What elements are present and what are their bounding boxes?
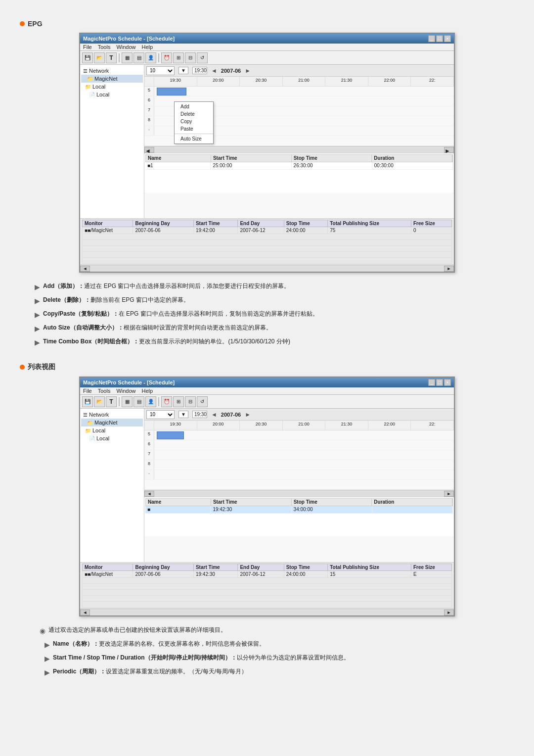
row2-content-6[interactable] — [154, 440, 454, 450]
hscroll-track2[interactable] — [155, 492, 443, 496]
row2-content-9[interactable] — [154, 470, 454, 479]
toolbar-T[interactable]: T — [106, 52, 117, 63]
toolbar-e[interactable]: ⊞ — [173, 52, 184, 63]
hscroll-left-b1[interactable]: ◄ — [80, 266, 90, 272]
close-button[interactable]: × — [444, 35, 451, 42]
minimize-button[interactable]: _ — [428, 35, 435, 42]
desc-delete: ▶ Delete（删除）：删除当前在 EPG 窗口中选定的屏幕。 — [35, 295, 499, 306]
minute-select1[interactable]: Minute 1 10 30 60 120 — [146, 66, 175, 75]
sidebar2-network[interactable]: ☰ Network — [81, 411, 143, 419]
status2-row-empty4 — [83, 596, 452, 602]
hscroll-left-b2[interactable]: ◄ — [80, 610, 90, 615]
list2-row-1[interactable]: ■ 19:42:30 34:00:00 — [145, 506, 453, 514]
desc-text-delete: Delete（删除）：删除当前在 EPG 窗口中选定的屏幕。 — [43, 295, 499, 304]
std2-beginday-1: 2007-06-06 — [133, 571, 193, 578]
sidebar2-magicnet[interactable]: 📁 MagicNet — [81, 419, 143, 426]
sth-stoptime: Stop Time — [284, 220, 328, 227]
toolbar-f[interactable]: ⊟ — [185, 52, 196, 63]
hscroll-left1[interactable]: ◄ — [144, 147, 154, 153]
row2-content-5[interactable] — [154, 430, 454, 440]
hscroll-track-b2[interactable] — [91, 611, 443, 614]
section1-dot — [20, 21, 25, 26]
std-endday-1: 2007-06-12 — [238, 227, 284, 234]
list-row-1[interactable]: ■1 25:00:00 26:30:00 00:30:00 — [145, 162, 453, 170]
hscrollbar2[interactable]: ◄ ► — [144, 490, 454, 497]
sidebar2-local1[interactable]: 📁 Local — [81, 426, 143, 434]
menu-help[interactable]: Help — [142, 44, 153, 50]
hscrollbar1[interactable]: ◄ ► — [144, 146, 454, 153]
menu2-file[interactable]: File — [83, 388, 92, 394]
time-label-2200: 22:00 — [368, 77, 411, 86]
hscroll-right-b1[interactable]: ► — [444, 266, 454, 272]
toolbar2-b[interactable]: ▤ — [134, 396, 144, 407]
toolbar2-g[interactable]: ↺ — [197, 396, 208, 407]
hscrollbar-bottom1[interactable]: ◄ ► — [80, 265, 454, 272]
desc-bold-time: Time Combo Box（时间组合框）： — [43, 338, 139, 345]
schedule2-block-1[interactable] — [157, 431, 184, 439]
row-num-6: 6 — [144, 96, 154, 106]
menu-window[interactable]: Window — [116, 44, 135, 50]
toolbar-open[interactable]: 📂 — [94, 52, 105, 63]
sth-beginday: Beginning Day — [133, 220, 193, 227]
list2-cell-stop-1: 34:00:00 — [292, 506, 372, 513]
nav-right2[interactable]: ► — [245, 411, 251, 418]
menu2-tools[interactable]: Tools — [98, 388, 111, 394]
nav-right1[interactable]: ► — [245, 67, 251, 74]
nav-left2[interactable]: ◄ — [211, 411, 217, 418]
toolbar2-f[interactable]: ⊟ — [185, 396, 196, 407]
menu-tools[interactable]: Tools — [98, 44, 111, 50]
row2-content-8[interactable] — [154, 460, 454, 470]
ctx-paste[interactable]: Paste — [175, 125, 213, 133]
ctx-add[interactable]: Add — [175, 103, 213, 110]
sidebar-local1[interactable]: 📁 Local — [81, 83, 143, 91]
toolbar-c[interactable]: 👤 — [145, 52, 156, 63]
toolbar2-T[interactable]: T — [106, 396, 117, 407]
win2-close[interactable]: × — [444, 379, 451, 386]
toolbar2-save[interactable]: 💾 — [82, 396, 93, 407]
hscroll-left2[interactable]: ◄ — [144, 491, 154, 497]
ctx-autosize[interactable]: Auto Size — [175, 135, 213, 142]
std-beginday-1: 2007-06-06 — [133, 227, 193, 234]
window1-title: MagicNetPro Schedule - [Schedule] — [83, 36, 175, 42]
sidebar-local2[interactable]: 📄 Local — [81, 91, 143, 98]
row2-content-7[interactable] — [154, 450, 454, 460]
sidebar2-local2[interactable]: 📄 Local — [81, 434, 143, 442]
sidebar-magicnet[interactable]: 📁 MagicNet — [81, 75, 143, 83]
hscrollbar-bottom2[interactable]: ◄ ► — [80, 609, 454, 615]
row-content-5[interactable] — [154, 87, 454, 96]
toolbar2-d[interactable]: ⏰ — [161, 396, 172, 407]
maximize-button[interactable]: □ — [436, 35, 443, 42]
minute-select2[interactable]: Minute 10 — [146, 410, 175, 419]
desc-bullet-intro2: ◉ — [40, 626, 45, 636]
toolbar-b[interactable]: ▤ — [134, 52, 144, 63]
window1-titlebar: MagicNetPro Schedule - [Schedule] _ □ × — [80, 34, 454, 44]
schedule-block-1[interactable] — [157, 88, 186, 95]
win2-minimize[interactable]: _ — [428, 379, 435, 386]
ctx-delete[interactable]: Delete — [175, 110, 213, 118]
toolbar-a[interactable]: ▦ — [122, 52, 133, 63]
nav-left1[interactable]: ◄ — [211, 67, 217, 74]
sth-total: Total Publishing Size — [328, 220, 411, 227]
row-num-7: 7 — [144, 106, 154, 116]
menu2-help[interactable]: Help — [142, 388, 153, 394]
hscroll-right2[interactable]: ► — [444, 491, 454, 497]
hscroll-right-b2[interactable]: ► — [444, 610, 454, 615]
toolbar2-a[interactable]: ▦ — [122, 396, 133, 407]
menu-file[interactable]: File — [83, 44, 92, 50]
hscroll-track-b1[interactable] — [91, 267, 443, 271]
toolbar-g[interactable]: ↺ — [197, 52, 208, 63]
win2-maximize[interactable]: □ — [436, 379, 443, 386]
menu2-window[interactable]: Window — [116, 388, 135, 394]
date-display1: 2007-06 — [221, 68, 241, 74]
toolbar2-e[interactable]: ⊞ — [173, 396, 184, 407]
sidebar-network[interactable]: ☰ Network — [81, 67, 143, 75]
window2-body: ☰ Network 📁 MagicNet 📁 Local 📄 Local — [80, 409, 454, 562]
toolbar-d[interactable]: ⏰ — [161, 52, 172, 63]
toolbar2-open[interactable]: 📂 — [94, 396, 105, 407]
toolbar-save[interactable]: 💾 — [82, 52, 93, 63]
hscroll-track1[interactable] — [155, 148, 443, 152]
window2-title: MagicNetPro Schedule - [Schedule] — [83, 379, 175, 385]
ctx-copy[interactable]: Copy — [175, 118, 213, 125]
hscroll-right1[interactable]: ► — [444, 147, 454, 153]
toolbar2-c[interactable]: 👤 — [145, 396, 156, 407]
